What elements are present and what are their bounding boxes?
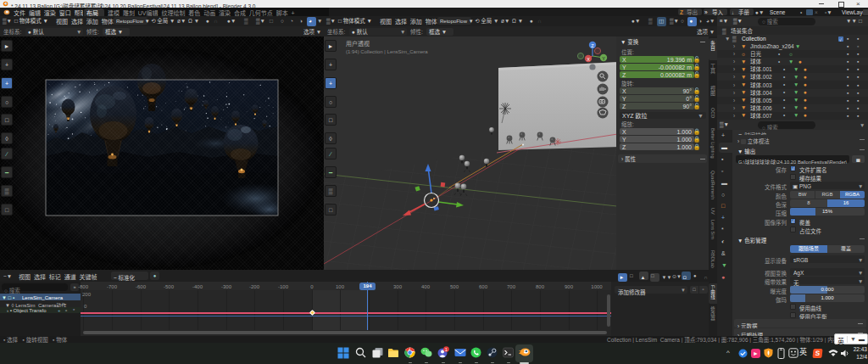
svg-text:1: 1 bbox=[445, 347, 448, 352]
svg-text:X: X bbox=[587, 57, 590, 62]
svg-text:Y: Y bbox=[602, 56, 605, 61]
